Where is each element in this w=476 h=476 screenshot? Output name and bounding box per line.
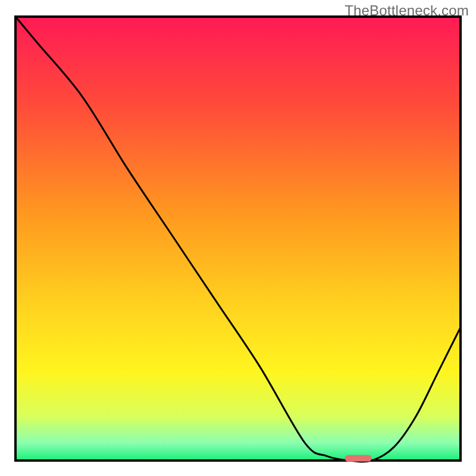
optimal-marker xyxy=(345,455,372,462)
watermark-text: TheBottleneck.com xyxy=(345,2,469,19)
plot-background xyxy=(15,17,461,461)
bottleneck-chart xyxy=(0,0,476,476)
chart-frame: TheBottleneck.com xyxy=(0,0,476,476)
